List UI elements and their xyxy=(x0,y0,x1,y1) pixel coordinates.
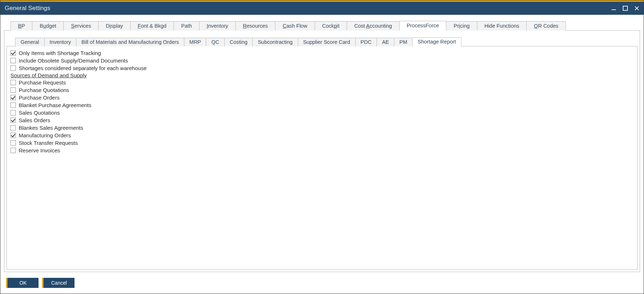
top-option-label: Shortages considered separately for each… xyxy=(19,64,147,72)
top-option-row[interactable]: Shortages considered separately for each… xyxy=(10,64,634,72)
primary-tab-row: BPBudgetServicesDisplayFont & BkgdPathIn… xyxy=(10,20,640,30)
secondary-tab-costing[interactable]: Costing xyxy=(225,38,253,46)
maximize-icon[interactable] xyxy=(622,5,629,12)
primary-tab-inventory[interactable]: Inventory xyxy=(199,21,236,31)
sources-checkboxes-group: Purchase RequestsPurchase QuotationsPurc… xyxy=(10,79,634,154)
source-option-checkbox[interactable] xyxy=(10,95,16,100)
primary-tab-panel: GeneralInventoryBill of Materials and Ma… xyxy=(4,30,640,272)
top-checkboxes-group: Only Items with Shortage TrackingInclude… xyxy=(10,49,634,72)
shortage-report-panel: Only Items with Shortage TrackingInclude… xyxy=(6,46,638,270)
source-option-row[interactable]: Blanket Purchase Agreements xyxy=(10,101,634,109)
source-option-label: Purchase Quotations xyxy=(19,86,69,94)
source-option-checkbox[interactable] xyxy=(10,125,16,130)
source-option-label: Reserve Invoices xyxy=(19,147,60,154)
source-option-label: Sales Quotations xyxy=(19,109,60,116)
secondary-tab-subcontracting[interactable]: Subcontracting xyxy=(253,38,298,46)
cancel-button[interactable]: Cancel xyxy=(42,278,75,288)
source-option-checkbox[interactable] xyxy=(10,148,16,153)
primary-tab-budget[interactable]: Budget xyxy=(32,21,64,31)
svg-rect-1 xyxy=(623,6,627,10)
source-option-checkbox[interactable] xyxy=(10,80,16,85)
source-option-label: Stock Transfer Requests xyxy=(19,139,78,147)
primary-tab-hide-functions[interactable]: Hide Functions xyxy=(477,21,527,31)
primary-tab-services[interactable]: Services xyxy=(64,21,99,31)
secondary-tab-supplier-score-card[interactable]: Supplier Score Card xyxy=(298,38,356,46)
ok-button[interactable]: OK xyxy=(6,278,39,288)
source-option-row[interactable]: Manufacturing Orders xyxy=(10,132,634,139)
top-option-checkbox[interactable] xyxy=(10,58,16,63)
secondary-tab-ae[interactable]: AE xyxy=(377,38,394,46)
source-option-label: Blankes Sales Agreements xyxy=(19,124,83,132)
secondary-tab-pdc[interactable]: PDC xyxy=(356,38,377,46)
source-option-label: Manufacturing Orders xyxy=(19,132,71,139)
source-option-checkbox[interactable] xyxy=(10,102,16,108)
close-icon[interactable] xyxy=(634,5,640,12)
secondary-tab-inventory[interactable]: Inventory xyxy=(45,38,77,46)
source-option-checkbox[interactable] xyxy=(10,133,16,138)
source-option-checkbox[interactable] xyxy=(10,118,16,123)
source-option-row[interactable]: Blankes Sales Agreements xyxy=(10,124,634,132)
secondary-tab-pm[interactable]: PM xyxy=(394,38,413,46)
source-option-row[interactable]: Sales Quotations xyxy=(10,109,634,116)
source-option-checkbox[interactable] xyxy=(10,110,16,115)
source-option-row[interactable]: Stock Transfer Requests xyxy=(10,139,634,147)
source-option-row[interactable]: Sales Orders xyxy=(10,116,634,124)
secondary-tab-mrp[interactable]: MRP xyxy=(184,38,206,46)
source-option-label: Purchase Orders xyxy=(19,94,59,101)
primary-tab-cockpit[interactable]: Cockpit xyxy=(315,21,347,31)
top-option-label: Only Items with Shortage Tracking xyxy=(19,49,101,57)
window-controls xyxy=(611,5,640,12)
top-option-row[interactable]: Include Obsolete Supply/Demand Documents xyxy=(10,57,634,64)
source-option-checkbox[interactable] xyxy=(10,87,16,93)
top-option-checkbox[interactable] xyxy=(10,65,16,71)
secondary-tab-row: GeneralInventoryBill of Materials and Ma… xyxy=(15,37,638,46)
source-option-label: Blanket Purchase Agreements xyxy=(19,101,91,109)
primary-tab-cost-accounting[interactable]: Cost Accounting xyxy=(347,21,400,31)
primary-tab-qr-codes[interactable]: QR Codes xyxy=(527,21,566,31)
sources-header: Sources of Demand and Supply xyxy=(10,72,634,78)
source-option-row[interactable]: Purchase Orders xyxy=(10,94,634,101)
primary-tab-processforce[interactable]: ProcessForce xyxy=(400,21,446,31)
primary-tab-path[interactable]: Path xyxy=(174,21,199,31)
content-area: BPBudgetServicesDisplayFont & BkgdPathIn… xyxy=(0,15,644,294)
source-option-checkbox[interactable] xyxy=(10,140,16,146)
secondary-tab-shortage-report[interactable]: Shortage Report xyxy=(413,37,461,46)
primary-tab-pricing[interactable]: Pricing xyxy=(446,21,477,31)
source-option-row[interactable]: Reserve Invoices xyxy=(10,147,634,154)
footer-buttons: OK Cancel xyxy=(4,272,640,291)
secondary-tab-general[interactable]: General xyxy=(15,38,45,46)
primary-tab-font-bkgd[interactable]: Font & Bkgd xyxy=(131,21,174,31)
minimize-icon[interactable] xyxy=(611,5,617,12)
secondary-tab-bill-of-materials-and-manufacturing-orders[interactable]: Bill of Materials and Manufacturing Orde… xyxy=(76,38,184,46)
top-option-row[interactable]: Only Items with Shortage Tracking xyxy=(10,49,634,57)
source-option-row[interactable]: Purchase Quotations xyxy=(10,86,634,94)
secondary-tab-qc[interactable]: QC xyxy=(206,38,225,46)
primary-tab-resources[interactable]: Resources xyxy=(236,21,275,31)
titlebar[interactable]: General Settings xyxy=(0,0,644,15)
top-option-label: Include Obsolete Supply/Demand Documents xyxy=(19,57,128,64)
top-option-checkbox[interactable] xyxy=(10,50,16,56)
primary-tab-display[interactable]: Display xyxy=(99,21,131,31)
window-title: General Settings xyxy=(5,5,50,12)
primary-tab-bp[interactable]: BP xyxy=(10,21,32,31)
primary-tab-cash-flow[interactable]: Cash Flow xyxy=(275,21,315,31)
general-settings-window: General Settings BPBudgetServicesDisplay… xyxy=(0,0,644,294)
source-option-label: Purchase Requests xyxy=(19,79,66,86)
source-option-label: Sales Orders xyxy=(19,116,50,124)
source-option-row[interactable]: Purchase Requests xyxy=(10,79,634,86)
